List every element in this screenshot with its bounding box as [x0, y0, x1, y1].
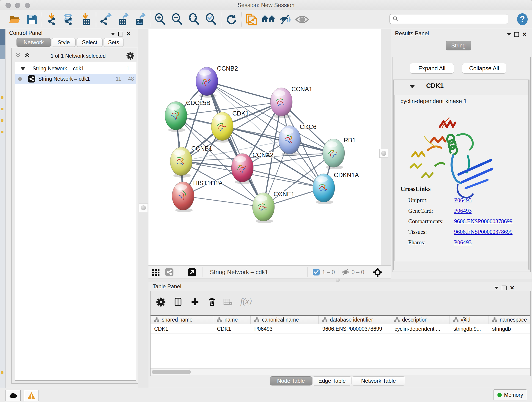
network-collection-row[interactable]: String Network – cdk1 1	[15, 64, 136, 74]
hide-eye-button[interactable]	[277, 12, 294, 27]
table-cell[interactable]: cyclin-dependent ...	[391, 324, 450, 333]
tab-network[interactable]: Network	[17, 38, 51, 47]
right-splitter-handle[interactable]	[380, 149, 388, 158]
save-session-button[interactable]	[23, 12, 40, 27]
network-canvas[interactable]: CCNB2 CCNA1 CDC25B CDK1 CDC6 RB1 CCNB1 C…	[148, 29, 381, 265]
import-table-button[interactable]	[77, 12, 94, 27]
column-header-sharedname[interactable]: shared name	[151, 316, 213, 324]
network-options-gear-icon[interactable]	[126, 51, 135, 60]
table-cell[interactable]: 9606.ENSP00000378699	[319, 324, 391, 333]
reset-view-crosshair-icon[interactable]	[373, 267, 383, 277]
column-header-id[interactable]: @id	[450, 316, 488, 324]
control-panel-close-icon[interactable]: ✕	[126, 31, 131, 37]
crosslink-value[interactable]: P06493	[454, 208, 472, 214]
table-body: CDK1 CDK1 P06493 9606.ENSP00000378699 cy…	[151, 324, 530, 368]
zoom-in-button[interactable]	[152, 12, 169, 27]
network-node-CCNA1[interactable]: CCNA1	[270, 86, 312, 118]
table-cell[interactable]: CDK1	[213, 324, 251, 333]
table-row[interactable]: CDK1 CDK1 P06493 9606.ENSP00000378699 cy…	[151, 324, 530, 334]
refresh-button[interactable]	[223, 12, 240, 27]
tab-select[interactable]: Select	[76, 38, 103, 47]
column-header-namespace[interactable]: namespace	[488, 316, 530, 324]
network-node-CDC25B[interactable]: CDC25B	[165, 99, 210, 132]
column-header-databaseidentifier[interactable]: database identifier	[319, 316, 391, 324]
cloud-status-button[interactable]	[6, 390, 21, 401]
tab-network-table[interactable]: Network Table	[352, 376, 405, 385]
network-edge-CCNB2-CCNE1[interactable]	[207, 81, 264, 207]
import-database-button[interactable]	[60, 12, 77, 27]
eye-button[interactable]	[294, 12, 311, 27]
expand-all-button[interactable]: Expand All	[410, 63, 454, 74]
node-label-CDKN1A: CDKN1A	[334, 172, 359, 179]
table-cell[interactable]: stringdb	[488, 324, 530, 333]
table-hscrollbar[interactable]	[151, 368, 530, 375]
open-birdseye-icon[interactable]	[187, 268, 196, 277]
network-node-CCNB2[interactable]: CCNB2	[196, 65, 238, 98]
add-column-icon[interactable]	[190, 297, 200, 307]
crosslink-row: Pharos: P06493	[408, 237, 525, 248]
zoom-selected-button[interactable]	[203, 12, 220, 27]
column-header-canonicalname[interactable]: canonical name	[251, 316, 319, 324]
table-panel-close-icon[interactable]: ✕	[510, 285, 514, 291]
network-node-RB1[interactable]: RB1	[323, 137, 356, 169]
bottom-splitter[interactable]	[148, 279, 532, 282]
import-network-icon	[45, 13, 59, 26]
results-panel-close-icon[interactable]: ✕	[522, 32, 527, 37]
tab-sets[interactable]: Sets	[104, 38, 124, 47]
collection-expander-icon[interactable]	[21, 67, 25, 70]
results-panel-float-icon[interactable]	[507, 33, 511, 36]
hscrollbar-thumb[interactable]	[152, 370, 191, 374]
table-cell[interactable]: CDK1	[151, 324, 213, 333]
table-panel-maximize-icon[interactable]	[502, 286, 507, 290]
toolbar-search-input[interactable]	[389, 14, 508, 24]
home-button[interactable]	[260, 12, 277, 27]
help-button[interactable]: ?	[516, 13, 529, 26]
network-edge-HIST1H1A-CCNE1[interactable]	[183, 196, 264, 207]
zoom-out-button[interactable]	[169, 12, 186, 27]
open-session-button[interactable]	[6, 12, 23, 27]
table-settings-gear-icon[interactable]	[156, 297, 166, 307]
bottom-splitter-handle[interactable]	[336, 278, 340, 282]
tab-node-table[interactable]: Node Table	[270, 376, 312, 385]
delete-column-trash-icon[interactable]	[207, 297, 217, 307]
network-edge-CDK1-RB1[interactable]	[222, 126, 334, 153]
crosslink-value[interactable]: 9606.ENSP00000378699	[454, 218, 513, 225]
network-row-selected[interactable]: String Network – cdk1 11 48	[15, 74, 136, 84]
crosslink-value[interactable]: 9606.ENSP00000378699	[454, 229, 513, 235]
network-node-CCNE1[interactable]: CCNE1	[253, 191, 295, 223]
zoom-fit-button[interactable]	[186, 12, 203, 27]
table-cell[interactable]: stringdb:9...	[450, 324, 488, 333]
collapse-all-button[interactable]: Collapse All	[462, 63, 506, 74]
left-splitter-handle[interactable]	[139, 204, 148, 212]
column-header-description[interactable]: description	[391, 316, 450, 324]
collapse-all-networks-icon[interactable]	[14, 51, 22, 59]
table-panel-float-icon[interactable]	[494, 287, 499, 289]
title-bar: Session: New Session	[0, 0, 532, 10]
export-network-button[interactable]	[98, 12, 114, 27]
show-columns-icon[interactable]	[173, 297, 183, 307]
control-panel-float-icon[interactable]	[111, 33, 115, 35]
network-node-CCNA2[interactable]: CCNA2	[231, 152, 273, 184]
memory-button[interactable]: Memory	[494, 389, 527, 400]
network-node-CCNB1[interactable]: CCNB1	[170, 145, 212, 178]
crosslink-value[interactable]: P06493	[454, 197, 472, 204]
duplicate-network-button[interactable]	[243, 12, 260, 27]
grid-view-icon[interactable]	[152, 268, 160, 276]
cdk1-expander-icon[interactable]	[410, 85, 415, 88]
export-table-button[interactable]	[114, 12, 132, 27]
import-network-button[interactable]	[44, 12, 60, 27]
tab-style[interactable]: Style	[52, 38, 76, 47]
table-cell[interactable]: P06493	[251, 324, 319, 333]
expand-all-networks-icon[interactable]	[24, 51, 31, 59]
tab-edge-table[interactable]: Edge Table	[312, 376, 351, 385]
column-header-name[interactable]: name	[213, 316, 251, 324]
crosslink-value[interactable]: P06493	[454, 239, 472, 246]
results-scrollbar[interactable]	[528, 80, 529, 269]
network-node-HIST1H1A[interactable]: HIST1H1A	[172, 180, 223, 212]
warning-status-button[interactable]	[24, 390, 39, 401]
results-panel-maximize-icon[interactable]	[514, 32, 519, 37]
control-panel-maximize-icon[interactable]	[118, 32, 123, 36]
network-node-CDKN1A[interactable]: CDKN1A	[313, 172, 359, 204]
export-image-button[interactable]	[132, 12, 148, 27]
tab-string[interactable]: String	[446, 41, 471, 51]
